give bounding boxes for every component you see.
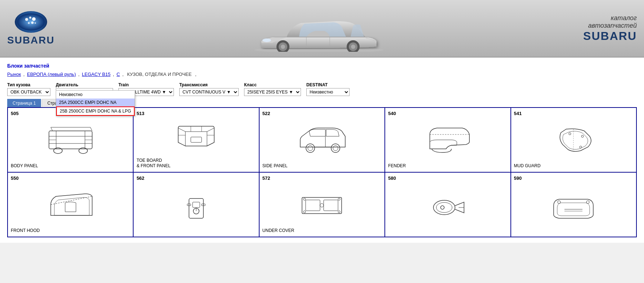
breadcrumb-europe[interactable]: ЕВРОПА (левый руль) bbox=[27, 72, 76, 77]
part-image-580 bbox=[388, 183, 507, 232]
catalog-label: каталог bbox=[583, 14, 637, 22]
header: SUBARU bbox=[0, 0, 644, 58]
breadcrumb-current: КУЗОВ, ОТДЕЛКА И ПРОЧЕЕ bbox=[127, 72, 192, 77]
section-title: Блоки запчастей bbox=[7, 63, 637, 69]
part-image-590 bbox=[514, 183, 633, 232]
part-image-505 bbox=[11, 118, 130, 161]
engine-dropdown-menu: Неизвестно 25A 2500CC EMPI DOHC NA 25B 2… bbox=[56, 90, 135, 116]
svg-point-52 bbox=[320, 204, 324, 207]
svg-point-5 bbox=[28, 22, 30, 24]
svg-rect-40 bbox=[193, 202, 200, 207]
part-name-550: FRONT HOOD bbox=[11, 228, 40, 234]
destinat-label: DESTINAT bbox=[306, 82, 350, 87]
part-image-572 bbox=[262, 183, 382, 226]
svg-point-30 bbox=[331, 144, 340, 152]
breadcrumb-c[interactable]: С bbox=[117, 72, 120, 77]
svg-point-4 bbox=[31, 21, 33, 24]
svg-point-3 bbox=[32, 17, 36, 21]
part-cell-572[interactable]: 572 UNDER COVER bbox=[260, 173, 385, 237]
part-image-550 bbox=[11, 183, 130, 226]
part-cell-590[interactable]: 590 bbox=[511, 173, 637, 237]
filter-transmission: Трансмиссия CVT CONTINUOUS V ▼ bbox=[179, 82, 239, 96]
part-cell-550[interactable]: 550 FRONT HOOD bbox=[8, 173, 134, 237]
svg-rect-46 bbox=[306, 200, 320, 211]
breadcrumb-legacy[interactable]: LEGACY B15 bbox=[82, 72, 111, 77]
filter-body-type: Тип кузова OBK OUTBACK bbox=[7, 82, 50, 96]
train-label: Train bbox=[118, 82, 174, 87]
part-cell-505[interactable]: 505 BODY PANEL bbox=[8, 108, 134, 173]
body-type-select[interactable]: OBK OUTBACK bbox=[7, 88, 50, 96]
part-image-562 bbox=[136, 183, 256, 232]
part-cell-522[interactable]: 522 SIDE bbox=[260, 108, 385, 173]
transmission-label: Трансмиссия bbox=[179, 82, 239, 87]
part-number-541: 541 bbox=[514, 111, 522, 116]
svg-point-10 bbox=[281, 45, 285, 49]
class-label: Класс bbox=[244, 82, 301, 87]
part-image-522 bbox=[262, 118, 382, 161]
part-number-580: 580 bbox=[388, 175, 396, 181]
transmission-select[interactable]: CVT CONTINUOUS V ▼ bbox=[179, 88, 239, 96]
svg-point-6 bbox=[35, 22, 36, 24]
parts-grid: 505 BODY PANEL 513 bbox=[7, 107, 637, 237]
filter-row: Тип кузова OBK OUTBACK Двигатель 25A 250… bbox=[7, 82, 637, 96]
svg-point-60 bbox=[586, 201, 589, 204]
svg-line-38 bbox=[51, 196, 92, 205]
part-image-513 bbox=[136, 118, 256, 156]
svg-point-56 bbox=[441, 206, 444, 209]
part-image-541 bbox=[514, 118, 633, 161]
svg-point-48 bbox=[303, 198, 306, 200]
subaru-logo-circle bbox=[15, 11, 47, 33]
svg-point-37 bbox=[580, 146, 582, 148]
car-image-area bbox=[55, 5, 583, 52]
breadcrumb: Рынок , ЕВРОПА (левый руль) , LEGACY B15… bbox=[7, 72, 637, 77]
part-name-540: FENDER bbox=[388, 163, 406, 169]
catalog-sub: автозапчастей bbox=[583, 22, 637, 29]
part-cell-513[interactable]: 513 TOE BOARD& FRONT PANEL bbox=[134, 108, 259, 173]
filter-destinat: DESTINAT Неизвестно bbox=[306, 82, 350, 96]
svg-point-50 bbox=[303, 211, 306, 213]
part-number-540: 540 bbox=[388, 111, 396, 116]
body-type-label: Тип кузова bbox=[7, 82, 50, 87]
part-number-590: 590 bbox=[514, 175, 522, 181]
logo-area: SUBARU bbox=[7, 11, 55, 46]
logo-text: SUBARU bbox=[7, 35, 55, 46]
brand-name: SUBARU bbox=[583, 29, 637, 43]
svg-point-35 bbox=[569, 133, 571, 135]
part-number-505: 505 bbox=[11, 111, 19, 116]
tab-page1[interactable]: Страница 1 bbox=[7, 99, 41, 107]
part-number-550: 550 bbox=[11, 175, 19, 181]
part-number-513: 513 bbox=[136, 111, 144, 116]
engine-option-25b[interactable]: 25B 2500CC EMPI DOHC NA & LPG bbox=[56, 106, 135, 116]
engine-label: Двигатель bbox=[56, 82, 113, 87]
part-number-572: 572 bbox=[262, 175, 270, 181]
breadcrumb-market[interactable]: Рынок bbox=[7, 72, 21, 77]
car-image-svg bbox=[243, 5, 395, 52]
part-name-505: BODY PANEL bbox=[11, 163, 38, 169]
part-cell-580[interactable]: 580 bbox=[385, 173, 511, 237]
svg-point-36 bbox=[581, 135, 584, 137]
part-name-541: MUD GUARD bbox=[514, 163, 541, 169]
svg-point-31 bbox=[333, 146, 338, 151]
part-cell-540[interactable]: 540 FENDER bbox=[385, 108, 511, 173]
svg-point-51 bbox=[338, 211, 340, 213]
svg-point-29 bbox=[308, 146, 313, 151]
svg-point-59 bbox=[558, 201, 560, 204]
engine-option-unknown[interactable]: Неизвестно bbox=[56, 91, 135, 99]
svg-point-2 bbox=[29, 17, 31, 19]
filter-class: Класс 25ISEYE 25IS EYES ▼ bbox=[244, 82, 301, 96]
part-image-540 bbox=[388, 118, 507, 161]
main-content: Блоки запчастей Рынок , ЕВРОПА (левый ру… bbox=[0, 58, 644, 243]
class-select[interactable]: 25ISEYE 25IS EYES ▼ bbox=[244, 88, 301, 96]
filter-engine: Двигатель 25A 2500CC EMPI D ▼ Неизвестно… bbox=[56, 82, 113, 96]
svg-point-13 bbox=[351, 45, 355, 49]
part-name-513: TOE BOARD& FRONT PANEL bbox=[136, 158, 170, 169]
part-cell-541[interactable]: 541 MUD GUARD bbox=[511, 108, 637, 173]
part-cell-562[interactable]: 562 bbox=[134, 173, 259, 237]
engine-option-25a[interactable]: 25A 2500CC EMPI DOHC NA bbox=[56, 99, 135, 106]
part-number-562: 562 bbox=[136, 175, 144, 181]
svg-point-28 bbox=[306, 144, 315, 152]
part-number-522: 522 bbox=[262, 111, 270, 116]
destinat-select[interactable]: Неизвестно bbox=[306, 88, 350, 96]
svg-rect-47 bbox=[324, 200, 338, 211]
svg-rect-26 bbox=[191, 137, 202, 142]
